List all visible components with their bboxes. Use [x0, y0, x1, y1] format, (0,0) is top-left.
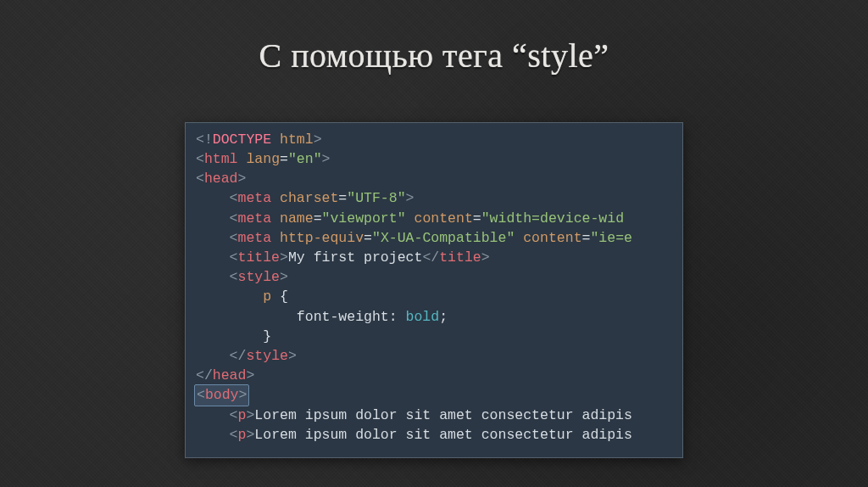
- slide-title: С помощью тега “style”: [259, 36, 609, 76]
- highlighted-body-open: <body>: [194, 384, 249, 406]
- slide: С помощью тега “style” <!DOCTYPE html> <…: [0, 0, 868, 487]
- code-screenshot-box: <!DOCTYPE html> <html lang="en"> <head> …: [185, 122, 683, 458]
- code-block: <!DOCTYPE html> <html lang="en"> <head> …: [186, 123, 682, 445]
